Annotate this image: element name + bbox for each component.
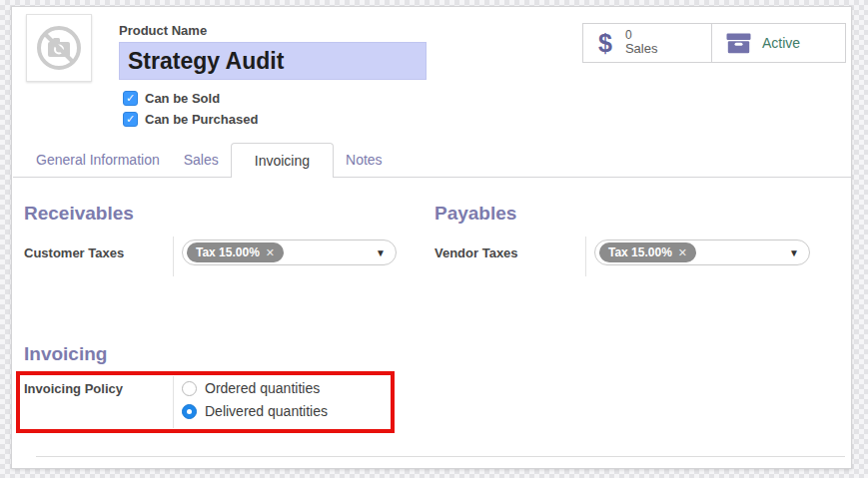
- customer-tax-tag-label: Tax 15.00%: [196, 245, 260, 259]
- can-be-sold-checkbox[interactable]: ✓: [123, 91, 138, 106]
- customer-tax-tag: Tax 15.00% ✕: [187, 242, 284, 262]
- can-be-sold-row: ✓ Can be Sold: [123, 91, 220, 106]
- field-separator: [173, 237, 174, 276]
- payables-heading: Payables: [434, 203, 516, 225]
- chevron-down-icon[interactable]: ▼: [789, 247, 799, 258]
- annotation-highlight-box: [16, 371, 395, 433]
- tab-invoicing[interactable]: Invoicing: [231, 143, 334, 178]
- can-be-purchased-checkbox[interactable]: ✓: [123, 112, 138, 127]
- product-form-card: Product Name ✓ Can be Sold ✓ Can be Purc…: [11, 6, 852, 469]
- customer-taxes-label: Customer Taxes: [24, 245, 124, 260]
- vendor-taxes-label: Vendor Taxes: [434, 245, 518, 260]
- archive-box-icon: [726, 33, 751, 54]
- notebook-tabbar: General Information Sales Invoicing Note…: [13, 143, 852, 178]
- product-name-input[interactable]: [119, 42, 427, 80]
- dollar-icon: $: [598, 29, 612, 58]
- can-be-purchased-label: Can be Purchased: [145, 112, 258, 127]
- sales-count: 0: [625, 29, 658, 43]
- receivables-heading: Receivables: [24, 203, 134, 225]
- tab-sales[interactable]: Sales: [172, 143, 231, 177]
- chevron-down-icon[interactable]: ▼: [376, 247, 386, 258]
- can-be-sold-label: Can be Sold: [145, 91, 220, 106]
- remove-tag-icon[interactable]: ✕: [266, 246, 275, 259]
- active-label: Active: [762, 35, 800, 51]
- sales-label: Sales: [625, 42, 658, 57]
- divider: [36, 456, 845, 457]
- invoicing-heading: Invoicing: [24, 343, 107, 365]
- field-separator: [585, 237, 586, 276]
- can-be-purchased-row: ✓ Can be Purchased: [123, 112, 258, 127]
- customer-taxes-dropdown[interactable]: Tax 15.00% ✕ ▼: [182, 239, 397, 265]
- tab-general-information[interactable]: General Information: [24, 143, 172, 177]
- remove-tag-icon[interactable]: ✕: [678, 246, 687, 259]
- vendor-tax-tag: Tax 15.00% ✕: [599, 242, 696, 262]
- vendor-taxes-dropdown[interactable]: Tax 15.00% ✕ ▼: [594, 239, 810, 265]
- tab-notes[interactable]: Notes: [334, 143, 395, 177]
- product-image-placeholder[interactable]: [26, 14, 92, 82]
- product-name-label: Product Name: [119, 23, 207, 38]
- vendor-tax-tag-label: Tax 15.00%: [608, 245, 672, 259]
- sales-stat-button[interactable]: $ 0 Sales: [582, 23, 712, 63]
- active-toggle-button[interactable]: Active: [711, 23, 846, 63]
- no-camera-icon: [35, 24, 83, 72]
